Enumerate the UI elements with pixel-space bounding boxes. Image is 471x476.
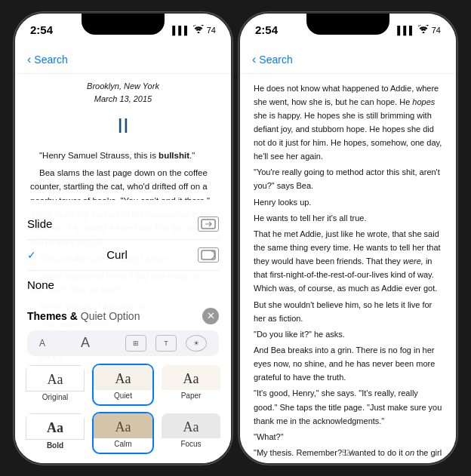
slide-option-none-label: None — [27, 278, 54, 291]
slide-option-curl[interactable]: ✓ Curl — [27, 240, 219, 271]
theme-bold-aa: Aa — [47, 420, 63, 436]
theme-quiet[interactable]: Aa Quiet — [92, 364, 154, 406]
battery-icon: 74 — [207, 26, 216, 35]
left-phone: 2:54 ▌▌▌ 74 ‹ Search Brooklyn, New YorkM… — [14, 12, 232, 465]
slide-options: Slide ✓ Curl None — [15, 209, 231, 299]
theme-quiet-aa: Aa — [115, 371, 131, 387]
right-para-4: He wants to tell her it's all true. — [254, 211, 442, 225]
overlay-panel: Slide ✓ Curl None — [15, 200, 231, 463]
theme-calm-label: Calm — [94, 438, 152, 451]
right-book-content: He does not know what happened to Addie,… — [240, 74, 456, 463]
right-back-icon: ‹ — [252, 53, 256, 66]
slide-option-none[interactable]: None — [27, 271, 219, 299]
theme-bold-label: Bold — [26, 440, 85, 453]
theme-original[interactable]: Aa Original — [24, 364, 86, 406]
theme-paper-label: Paper — [162, 390, 220, 403]
right-para-1: He does not know what happened to Addie,… — [254, 81, 442, 164]
right-para-6: But she wouldn't believe him, so he lets… — [254, 298, 442, 325]
font-small-a[interactable]: A — [39, 338, 45, 349]
right-wifi-icon — [418, 25, 429, 35]
font-controls-row: A A ⊞ T ☀ — [27, 330, 219, 356]
theme-bold[interactable]: Aa Bold — [24, 412, 86, 454]
right-nav-bar: ‹ Search — [240, 47, 456, 74]
theme-focus-aa: Aa — [183, 419, 199, 435]
book-location: Brooklyn, New YorkMarch 13, 2015 — [30, 80, 216, 106]
theme-calm-aa: Aa — [115, 419, 131, 435]
theme-original-aa: Aa — [48, 372, 63, 388]
slide-option-curl-icon — [198, 247, 219, 263]
font-icon-columns[interactable]: ⊞ — [125, 335, 146, 352]
theme-focus-label: Focus — [162, 438, 220, 451]
signal-icon: ▌▌▌ — [172, 26, 189, 35]
themes-title: Themes & Quiet Option — [27, 310, 140, 322]
themes-header: Themes & Quiet Option ✕ — [15, 302, 231, 327]
right-status-icons: ▌▌▌ 74 — [397, 25, 441, 35]
curl-check: ✓ — [27, 249, 36, 261]
phones-container: 2:54 ▌▌▌ 74 ‹ Search Brooklyn, New YorkM… — [14, 12, 457, 465]
right-para-5: That he met Addie, just like he wrote, t… — [254, 227, 442, 296]
wifi-icon — [193, 25, 204, 35]
slide-option-slide[interactable]: Slide — [27, 209, 219, 240]
right-signal-icon: ▌▌▌ — [397, 26, 414, 35]
left-time: 2:54 — [30, 23, 53, 36]
page-number: 524 — [240, 449, 456, 457]
theme-focus[interactable]: Aa Focus — [160, 412, 222, 454]
font-icon-text[interactable]: T — [155, 335, 177, 352]
right-back-label: Search — [259, 54, 292, 66]
left-back-icon: ‹ — [27, 53, 31, 66]
right-para-2: "You're really going to method actor thi… — [254, 165, 442, 192]
theme-quiet-label: Quiet — [94, 390, 152, 403]
right-notch — [306, 14, 389, 35]
theme-cards-grid: Aa Original Aa Quiet Aa Paper — [15, 359, 231, 463]
para-1: "Henry Samuel Strauss, this is bullshit.… — [30, 149, 216, 162]
left-back-button[interactable]: ‹ Search — [27, 53, 68, 66]
font-icon-sun[interactable]: ☀ — [186, 335, 207, 352]
close-button[interactable]: ✕ — [202, 308, 219, 324]
right-phone: 2:54 ▌▌▌ 74 ‹ Search He does not know wh… — [239, 12, 457, 465]
theme-original-label: Original — [26, 392, 85, 404]
slide-option-slide-label: Slide — [27, 217, 52, 230]
right-battery-icon: 74 — [432, 26, 441, 35]
notch — [82, 14, 165, 35]
book-chapter: II — [30, 109, 216, 143]
slide-option-curl-label: Curl — [106, 248, 128, 261]
right-para-9: "It's good, Henry," she says. "It's real… — [254, 386, 442, 427]
left-back-label: Search — [34, 54, 67, 66]
theme-calm[interactable]: Aa Calm — [92, 412, 154, 454]
right-para-3: Henry looks up. — [254, 195, 442, 209]
right-para-7: "Do you like it?" he asks. — [254, 327, 442, 341]
left-nav-bar: ‹ Search — [15, 47, 231, 74]
right-back-button[interactable]: ‹ Search — [252, 53, 293, 66]
theme-paper[interactable]: Aa Paper — [160, 364, 222, 406]
slide-option-slide-icon — [198, 217, 219, 232]
font-icon-group: ⊞ T ☀ — [125, 335, 207, 352]
theme-paper-aa: Aa — [183, 371, 199, 387]
right-para-8: And Bea breaks into a grin. There is no … — [254, 343, 442, 384]
right-para-10: "What?" — [254, 430, 442, 444]
right-time: 2:54 — [255, 23, 278, 36]
font-large-a[interactable]: A — [81, 335, 90, 351]
left-status-icons: ▌▌▌ 74 — [172, 25, 216, 35]
